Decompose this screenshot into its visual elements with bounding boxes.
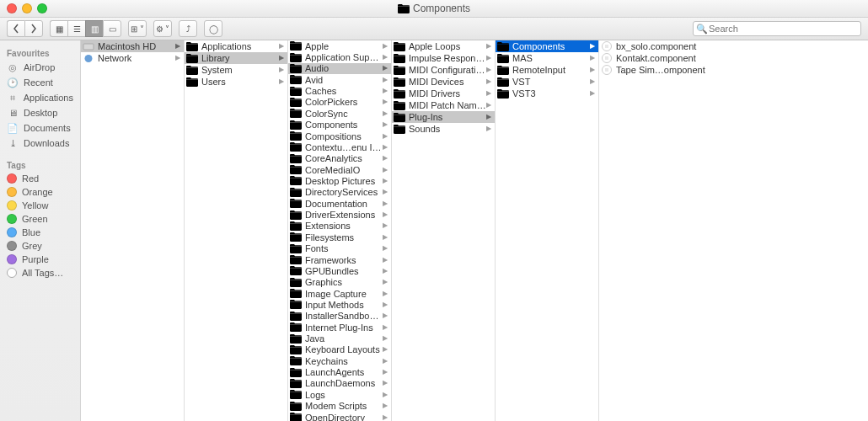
sidebar-item-documents[interactable]: 📄Documents <box>0 120 80 136</box>
folder-icon <box>290 142 302 152</box>
file-row[interactable]: Plug-Ins▶ <box>392 111 495 123</box>
sidebar-item-recent[interactable]: 🕑Recent <box>0 75 80 90</box>
sidebar-tag-orange[interactable]: Orange <box>0 185 80 199</box>
file-row[interactable]: Tape Sim…omponent <box>599 64 868 76</box>
sidebar-tag-blue[interactable]: Blue <box>0 226 80 239</box>
file-row[interactable]: Modem Scripts▶ <box>288 401 391 412</box>
file-row[interactable]: System▶ <box>185 64 287 76</box>
file-row[interactable]: Users▶ <box>185 76 287 88</box>
chevron-right-icon: ▶ <box>383 63 388 74</box>
sidebar-all-tags[interactable]: All Tags… <box>0 266 80 280</box>
file-row[interactable]: LaunchDaemons▶ <box>288 378 391 389</box>
file-row[interactable]: Network▶ <box>81 52 184 64</box>
file-row[interactable]: Frameworks▶ <box>288 254 391 265</box>
file-row[interactable]: Contextu…enu Items▶ <box>288 141 391 152</box>
view-columns-button[interactable]: ▥ <box>85 20 103 37</box>
file-row[interactable]: Java▶ <box>288 333 391 344</box>
file-label: VST <box>512 76 590 88</box>
file-row[interactable]: Fonts▶ <box>288 242 391 253</box>
file-label: Macintosh HD <box>98 40 175 52</box>
back-button[interactable] <box>7 20 24 37</box>
file-row[interactable]: Caches▶ <box>288 85 391 96</box>
file-row[interactable]: Extensions▶ <box>288 221 391 232</box>
file-label: Input Methods <box>305 299 383 310</box>
view-icons-button[interactable]: ▦ <box>50 20 67 37</box>
file-row[interactable]: CoreMediaIO▶ <box>288 164 391 175</box>
window-title: Components <box>398 3 470 14</box>
sidebar-item-desktop[interactable]: 🖥Desktop <box>0 105 80 120</box>
file-row[interactable]: Audio▶ <box>288 63 391 74</box>
minimize-button[interactable] <box>22 3 32 13</box>
maximize-button[interactable] <box>37 3 47 13</box>
sidebar-tag-grey[interactable]: Grey <box>0 239 80 253</box>
file-row[interactable]: Components▶ <box>496 40 598 52</box>
view-list-button[interactable]: ☰ <box>67 20 85 37</box>
view-gallery-button[interactable]: ▭ <box>103 20 121 37</box>
file-row[interactable]: ColorPickers▶ <box>288 97 391 108</box>
file-row[interactable]: MAS▶ <box>496 52 598 64</box>
file-row[interactable]: DirectoryServices▶ <box>288 187 391 198</box>
file-label: Tape Sim…omponent <box>616 64 866 76</box>
file-row[interactable]: Documentation▶ <box>288 198 391 209</box>
file-row[interactable]: Desktop Pictures▶ <box>288 175 391 186</box>
file-row[interactable]: Library▶ <box>185 52 287 64</box>
sidebar-item-downloads[interactable]: ⤓Downloads <box>0 136 80 151</box>
sidebar-tag-yellow[interactable]: Yellow <box>0 199 80 212</box>
file-row[interactable]: Kontakt.component <box>599 52 868 64</box>
file-row[interactable]: Apple Loops▶ <box>392 40 495 52</box>
sidebar-tag-purple[interactable]: Purple <box>0 253 80 266</box>
folder-icon <box>290 289 302 298</box>
sidebar-item-airdrop[interactable]: ◎AirDrop <box>0 60 80 75</box>
file-row[interactable]: MIDI Drivers▶ <box>392 88 495 99</box>
sidebar-tag-green[interactable]: Green <box>0 212 80 226</box>
file-row[interactable]: Filesystems▶ <box>288 232 391 242</box>
file-row[interactable]: RemoteInput▶ <box>496 64 598 76</box>
sidebar-item-applications[interactable]: ⌗Applications <box>0 90 80 105</box>
file-row[interactable]: VST3▶ <box>496 88 598 99</box>
search-field[interactable]: 🔍 <box>693 21 861 36</box>
search-input[interactable] <box>693 21 861 36</box>
file-row[interactable]: OpenDirectory▶ <box>288 412 391 421</box>
file-row[interactable]: CoreAnalytics▶ <box>288 153 391 164</box>
file-row[interactable]: Logs▶ <box>288 389 391 400</box>
file-row[interactable]: Graphics▶ <box>288 277 391 288</box>
file-label: Frameworks <box>305 254 383 265</box>
file-row[interactable]: Avid▶ <box>288 74 391 85</box>
file-row[interactable]: MIDI Devices▶ <box>392 76 495 88</box>
sidebar-tag-red[interactable]: Red <box>0 172 80 185</box>
chevron-right-icon: ▶ <box>383 322 388 333</box>
file-row[interactable]: MIDI Configurations▶ <box>392 64 495 76</box>
tags-button[interactable]: ◯ <box>204 20 222 37</box>
file-row[interactable]: Macintosh HD▶ <box>81 40 184 52</box>
file-row[interactable]: Keychains▶ <box>288 355 391 366</box>
file-row[interactable]: Apple▶ <box>288 40 391 51</box>
file-row[interactable]: VST▶ <box>496 76 598 88</box>
file-row[interactable]: bx_solo.component <box>599 40 868 52</box>
folder-icon <box>290 188 302 197</box>
file-row[interactable]: Image Capture▶ <box>288 288 391 299</box>
column-4: Components▶MAS▶RemoteInput▶VST▶VST3▶ <box>496 40 599 421</box>
folder-icon <box>497 77 509 87</box>
close-button[interactable] <box>7 3 17 13</box>
file-row[interactable]: Internet Plug-Ins▶ <box>288 322 391 333</box>
file-row[interactable]: Impulse Responses▶ <box>392 52 495 64</box>
file-row[interactable]: LaunchAgents▶ <box>288 366 391 377</box>
file-row[interactable]: GPUBundles▶ <box>288 265 391 276</box>
file-row[interactable]: InstallerSandboxes▶ <box>288 311 391 322</box>
group-button[interactable]: ⊞ ˅ <box>128 20 147 37</box>
file-row[interactable]: DriverExtensions▶ <box>288 209 391 220</box>
file-row[interactable]: ColorSync▶ <box>288 108 391 119</box>
file-row[interactable]: Applications▶ <box>185 40 287 52</box>
file-row[interactable]: Keyboard Layouts▶ <box>288 344 391 355</box>
docs-icon: 📄 <box>7 122 19 134</box>
file-row[interactable]: Input Methods▶ <box>288 299 391 310</box>
action-menu-button[interactable]: ⚙ ˅ <box>153 20 172 37</box>
forward-button[interactable] <box>24 20 43 37</box>
file-row[interactable]: Sounds▶ <box>392 123 495 135</box>
file-row[interactable]: Application Support▶ <box>288 51 391 62</box>
file-row[interactable]: Compositions▶ <box>288 131 391 141</box>
file-label: Logs <box>305 389 383 400</box>
file-row[interactable]: MIDI Patch Names▶ <box>392 99 495 111</box>
file-row[interactable]: Components▶ <box>288 120 391 131</box>
share-button[interactable]: ⤴ <box>179 20 197 37</box>
